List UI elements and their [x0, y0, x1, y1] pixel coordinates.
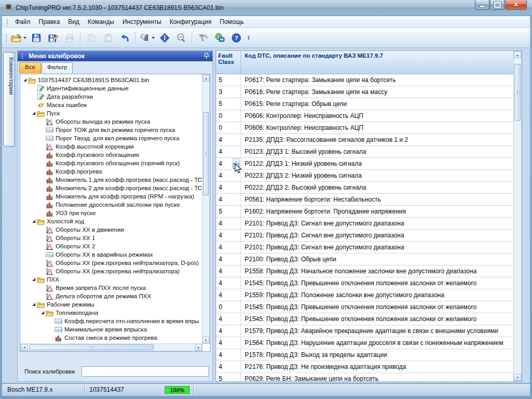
dtc-table-row[interactable]: 4P1559: Привод ДЗ: Положение заслонки вн… [216, 289, 513, 301]
tree-item[interactable]: Идентификационные данные [20, 84, 202, 92]
tree-item[interactable]: Коэфф.прогрева [20, 167, 202, 176]
dtc-table-row[interactable]: 4P2100: Привод ДЗ: Обрыв цепи [216, 254, 513, 265]
info-button[interactable] [156, 30, 173, 46]
fault-class-cell[interactable]: 4 [216, 254, 241, 265]
dtc-description-cell[interactable]: P1578: Привод ДЗ: Выход за пределы адапт… [241, 349, 513, 361]
tree-item[interactable]: =1.2Порог Твозд. для вкл.режима горячего… [20, 134, 202, 142]
fault-class-cell[interactable]: 4 [216, 230, 241, 241]
online-update-button[interactable] [211, 30, 228, 46]
dtc-description-cell[interactable]: P1545: Привод ДЗ: Превышение отклонения … [241, 277, 513, 289]
comments-dock-tab[interactable]: Комментарии [3, 52, 15, 147]
calibration-panel-header[interactable]: Меню калибровок [18, 51, 212, 61]
tree-item[interactable]: =1.2Коэфф.пересчета отн.наполнения в вре… [20, 317, 202, 325]
tree-item[interactable]: Множитель 2 для коэфф.прогрева (масс.рас… [20, 184, 202, 192]
dtc-description-cell[interactable]: P1558: Привод ДЗ: Начальное положение за… [241, 265, 513, 277]
zoom-button[interactable]: 110 [173, 30, 190, 46]
tree-item[interactable]: Обороты выхода из режима пуска [20, 117, 202, 126]
dtc-table-row[interactable]: 4P2101: Привод ДЗ: Сигнал вне допустимог… [216, 230, 513, 242]
fault-class-cell[interactable]: 5 [216, 373, 241, 381]
dtc-description-cell[interactable]: P0606: Контроллер: Неисправность АЦП [241, 122, 513, 134]
tree-item[interactable]: Обороты ХХ 1 [20, 234, 202, 242]
tree-item[interactable]: ◢Рабочие режимы [20, 300, 202, 309]
scroll-down-icon[interactable]: ▼ [514, 374, 521, 381]
fault-class-cell[interactable]: 0 [216, 110, 241, 122]
dtc-description-cell[interactable]: P0606: Контроллер: Неисправность АЦП [241, 110, 513, 122]
fault-class-cell[interactable]: 4 [216, 194, 241, 205]
pin-icon[interactable] [203, 52, 210, 60]
tree-expander-icon[interactable]: ◢ [31, 219, 36, 224]
tree-item[interactable]: Коэфф.высотной коррекции [20, 142, 202, 151]
dtc-table-row[interactable]: 4P2176: Привод ДЗ: Не произведена адапта… [216, 361, 513, 373]
tree-item[interactable]: Обороты ХХ (реж.прогрева нейтрализатора) [20, 267, 202, 275]
dtc-description-column-header[interactable]: Код DTC, описание по стандарту ВАЗ ME17.… [241, 51, 513, 74]
tree-expander-icon[interactable]: ◢ [22, 77, 28, 83]
fault-class-cell[interactable]: 4 [216, 182, 241, 193]
fault-class-cell[interactable]: 4 [216, 146, 241, 157]
fault-class-cell[interactable]: 0 [216, 122, 241, 134]
fault-class-cell[interactable]: 3 [216, 86, 241, 98]
dtc-description-cell[interactable]: P0223: ДПДЗ 2: Низкий уровень сигнала [241, 170, 513, 181]
fault-class-column-header[interactable]: Fault Class [216, 51, 241, 74]
tools-button[interactable] [195, 30, 211, 46]
dtc-table-row[interactable]: 3P0616: Реле стартера: Замыкание цепи на… [216, 86, 513, 98]
fault-class-cell[interactable]: 5 [216, 206, 241, 217]
tree-expander-icon[interactable]: ◢ [31, 111, 36, 116]
tree-expander-icon[interactable]: ◢ [31, 277, 36, 282]
dtc-table-row[interactable]: 4P0222: ДПДЗ 2: Высокий уровень сигнала [216, 182, 513, 194]
fault-class-cell[interactable]: 5 [216, 98, 241, 110]
tab-all[interactable]: Все [19, 62, 41, 73]
menu-configuration[interactable]: Конфигурация [165, 17, 216, 27]
tree-item[interactable]: Коэфф.пускового обогащения [20, 151, 202, 159]
tree-item[interactable]: ◢Пуск [20, 109, 202, 117]
fault-class-cell[interactable]: 4 [216, 277, 241, 289]
dtc-table-row[interactable]: 5P1602: Напряжение бортсети: Пропадание … [216, 206, 513, 218]
menu-edit[interactable]: Правка [35, 17, 64, 27]
dtc-description-cell[interactable]: P0123: ДПДЗ 1: Высокий уровень сигнала [241, 146, 513, 157]
minimize-button[interactable] [475, 0, 489, 10]
fault-class-spinner[interactable]: ▲▼ [233, 158, 240, 169]
dtc-table-row[interactable]: 0P0606: Контроллер: Неисправность АЦП [216, 122, 513, 134]
spinner-down-icon[interactable]: ▼ [233, 164, 240, 169]
tree-item[interactable]: Обороты ХХ в движении [20, 225, 202, 234]
fault-class-cell[interactable]: 4 [216, 313, 241, 325]
fault-class-cell[interactable]: 4 [216, 349, 241, 361]
scroll-up-icon[interactable]: ▲ [514, 51, 521, 58]
tree-item[interactable]: Дата разработки [20, 92, 202, 101]
scroll-up-icon[interactable]: ▲ [203, 75, 209, 82]
fault-class-cell[interactable]: 4 [216, 218, 241, 229]
menu-view[interactable]: Вид [64, 17, 84, 27]
dtc-table-row[interactable]: 4P1545: Привод ДЗ: Превышение отклонения… [216, 313, 513, 325]
dtc-description-cell[interactable]: P0222: ДПДЗ 2: Высокий уровень сигнала [241, 182, 513, 193]
fault-class-cell[interactable]: 4 [216, 289, 241, 301]
tree-expander-icon[interactable]: ◢ [40, 310, 45, 315]
restore-button[interactable] [490, 0, 504, 10]
dtc-description-cell[interactable]: P0629: Реле БН: Замыкание цепи на бортсе… [241, 373, 513, 381]
fault-class-cell[interactable]: 0 [216, 301, 241, 313]
tree-item[interactable]: Состав смеси в режиме прогрева [20, 334, 202, 342]
tree-item[interactable]: ◢Холостой ход [20, 217, 202, 225]
tree-item[interactable]: =1.2Порог ТОЖ для вкл.режима горячего пу… [20, 126, 202, 134]
fault-class-cell[interactable]: 4 [216, 170, 241, 181]
tree-item[interactable]: Обороты ХХ (реж.прогрева нейтрализатора,… [20, 259, 202, 267]
undo-button[interactable] [116, 30, 133, 46]
tree-item[interactable]: ◢1037514437 CE63B1891S B563CA01.bin [20, 76, 202, 84]
spinner-up-icon[interactable]: ▲ [233, 158, 240, 164]
tree-item[interactable]: =1.2Минимальное время впрыска [20, 325, 202, 334]
menu-commands[interactable]: Команды [84, 17, 118, 27]
open-file-button[interactable] [10, 30, 28, 46]
dtc-description-cell[interactable]: P1602: Напряжение бортсети: Пропадание н… [241, 206, 513, 217]
save-as-button[interactable] [45, 30, 61, 46]
scroll-left-icon[interactable]: ◄ [21, 344, 28, 351]
dtc-table-row[interactable]: 4▲▼P0122: ДПДЗ 1: Низкий уровень сигнала [216, 158, 513, 170]
dtc-table-row[interactable]: 5P0617: Реле стартера: Замыкание цепи на… [216, 74, 513, 86]
dtc-table-row[interactable]: 4P0123: ДПДЗ 1: Высокий уровень сигнала [216, 146, 513, 158]
dtc-table-row[interactable]: 0P0606: Контроллер: Неисправность АЦП [216, 110, 513, 122]
dtc-table-row[interactable]: 4P2101: Привод ДЗ: Сигнал вне допустимог… [216, 242, 513, 254]
dtc-table-row[interactable]: 4P1578: Привод ДЗ: Выход за пределы адап… [216, 349, 513, 361]
dtc-description-cell[interactable]: P2101: Привод ДЗ: Сигнал вне допустимого… [241, 230, 513, 241]
fault-class-cell[interactable]: 4 [216, 337, 241, 349]
dtc-description-cell[interactable]: P2135: ДПДЗ: Рассогласование сигналов да… [241, 134, 513, 145]
help-button[interactable]: ? [228, 30, 245, 46]
dropdown-arrow-icon[interactable] [23, 37, 26, 39]
tree-item[interactable]: Время запрета ПХХ после пуска [20, 284, 202, 292]
